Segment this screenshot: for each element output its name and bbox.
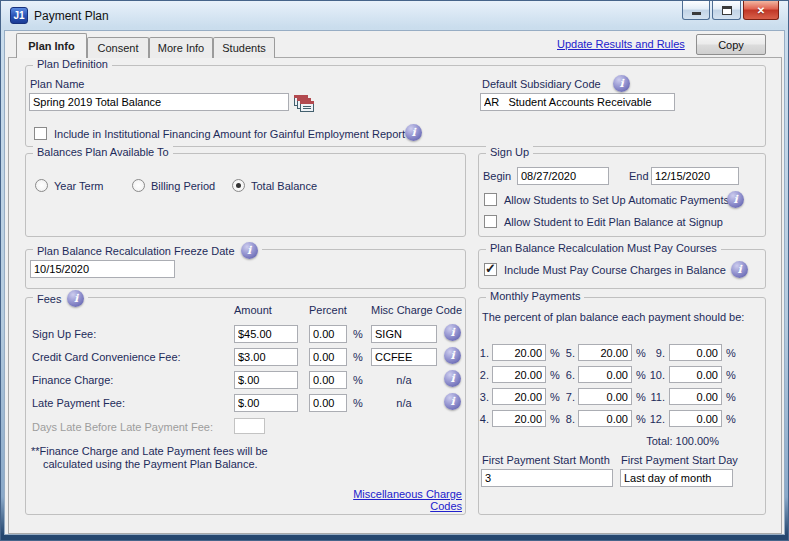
end-date-input[interactable] [651, 167, 739, 185]
first-payment-start-month-input[interactable] [481, 469, 613, 487]
stack-card [300, 101, 314, 112]
payment-12-input[interactable] [669, 410, 722, 427]
window-title: Payment Plan [34, 9, 109, 23]
titlebar[interactable]: J1 Payment Plan ✕ [1, 1, 788, 30]
j1-app-icon: J1 [10, 7, 28, 24]
must-pay-title-text: Plan Balance Recalculation Must Pay Cour… [490, 242, 717, 254]
balances-group: Balances Plan Available To [25, 153, 466, 237]
payment-9-input[interactable] [669, 344, 722, 361]
finance-charge-percent-input[interactable] [309, 371, 347, 389]
plan-name-translations-icon[interactable] [294, 95, 316, 114]
payment-5-input[interactable] [578, 344, 632, 361]
tab-more-info[interactable]: More Info [149, 37, 213, 58]
gainful-employment-checkbox[interactable] [34, 127, 47, 140]
cc-fee-percent-input[interactable] [309, 348, 347, 366]
percent-sign: % [353, 374, 363, 386]
must-pay-title: Plan Balance Recalculation Must Pay Cour… [486, 242, 721, 254]
info-icon-glyph: i [247, 244, 251, 257]
minimize-button[interactable] [682, 1, 710, 20]
finance-charge-amount-input[interactable] [234, 371, 298, 389]
days-late-input[interactable] [234, 418, 265, 434]
begin-label: Begin [483, 170, 511, 182]
sign-up-fee-amount-input[interactable] [234, 325, 298, 343]
freeze-date-input[interactable] [30, 260, 175, 278]
cc-fee-label: Credit Card Convenience Fee: [32, 351, 181, 363]
default-subsidiary-info-icon[interactable]: i [613, 75, 630, 92]
finance-charge-code-na: n/a [371, 374, 437, 386]
payment-plan-window: J1 Payment Plan ✕ Plan Info Consent More… [0, 0, 789, 541]
late-fee-info-icon[interactable]: i [444, 393, 461, 410]
edit-balance-label: Allow Student to Edit Plan Balance at Si… [504, 216, 723, 228]
info-icon-glyph: i [733, 193, 737, 206]
miscellaneous-charge-codes-link[interactable]: Miscellaneous Charge Codes [321, 488, 462, 512]
maximize-button[interactable] [712, 1, 741, 20]
fees-note-line2: calculated using the Payment Plan Balanc… [43, 458, 258, 470]
begin-date-input[interactable] [517, 167, 609, 185]
payment-6-input[interactable] [578, 366, 632, 383]
auto-payments-info-icon[interactable]: i [727, 191, 744, 208]
first-payment-start-day-input[interactable] [620, 469, 733, 487]
gainful-employment-info-icon[interactable]: i [405, 124, 422, 141]
payment-2-input[interactable] [492, 366, 546, 383]
percent-sign: % [726, 413, 736, 425]
auto-payments-label: Allow Students to Set Up Automatic Payme… [504, 194, 729, 206]
default-subsidiary-label: Default Subsidiary Code [482, 78, 601, 90]
radio-year-term[interactable] [35, 179, 48, 192]
fees-col-misc: Misc Charge Code [371, 304, 462, 316]
default-subsidiary-input[interactable] [480, 93, 675, 111]
auto-payments-checkbox[interactable] [484, 193, 497, 206]
plan-name-input[interactable] [29, 93, 289, 111]
copy-button[interactable]: Copy [696, 34, 766, 55]
payment-11-num: 11. [639, 391, 665, 403]
freeze-date-info-icon[interactable]: i [241, 242, 258, 259]
payment-11-input[interactable] [669, 388, 722, 405]
payment-7-num: 7. [555, 391, 575, 403]
update-results-and-rules-link[interactable]: Update Results and Rules [557, 38, 685, 50]
tab-students-label: Students [222, 42, 265, 54]
payment-3-input[interactable] [492, 388, 546, 405]
radio-billing-period[interactable] [132, 179, 145, 192]
payment-9-num: 9. [639, 347, 665, 359]
must-pay-info-icon[interactable]: i [731, 261, 748, 278]
cc-fee-amount-input[interactable] [234, 348, 298, 366]
sign-up-fee-percent-input[interactable] [309, 325, 347, 343]
info-icon-glyph: i [619, 77, 623, 90]
payment-4-num: 4. [469, 413, 489, 425]
late-fee-percent-input[interactable] [309, 394, 347, 412]
finance-charge-info-icon[interactable]: i [444, 370, 461, 387]
percent-sign: % [353, 351, 363, 363]
must-pay-checkbox[interactable] [484, 263, 497, 276]
close-button[interactable]: ✕ [743, 1, 779, 20]
balances-title-text: Balances Plan Available To [37, 146, 169, 158]
cc-fee-info-icon[interactable]: i [444, 347, 461, 364]
payment-4-input[interactable] [492, 410, 546, 427]
maximize-icon [722, 6, 732, 15]
late-fee-label: Late Payment Fee: [32, 397, 125, 409]
radio-total-balance[interactable] [232, 179, 245, 192]
tab-consent[interactable]: Consent [87, 37, 149, 58]
fees-info-icon[interactable]: i [67, 290, 84, 307]
percent-sign: % [353, 328, 363, 340]
percent-sign: % [726, 347, 736, 359]
percent-sign: % [726, 369, 736, 381]
monthly-payments-title: Monthly Payments [486, 290, 584, 302]
info-icon-glyph: i [450, 349, 454, 362]
sign-up-fee-code-input[interactable] [371, 325, 437, 343]
finance-charge-label: Finance Charge: [32, 374, 113, 386]
freeze-date-title: Plan Balance Recalculation Freeze Date i [33, 242, 262, 259]
tab-students[interactable]: Students [213, 37, 275, 58]
balances-title: Balances Plan Available To [33, 146, 173, 158]
first-payment-start-month-label: First Payment Start Month [482, 454, 610, 466]
edit-balance-checkbox[interactable] [484, 215, 497, 228]
payment-7-input[interactable] [578, 388, 632, 405]
payment-10-input[interactable] [669, 366, 722, 383]
late-fee-amount-input[interactable] [234, 394, 298, 412]
tab-consent-label: Consent [98, 42, 139, 54]
first-payment-start-day-label: First Payment Start Day [621, 454, 738, 466]
payment-8-input[interactable] [578, 410, 632, 427]
cc-fee-code-input[interactable] [371, 348, 437, 366]
monthly-payments-instruction: The percent of plan balance each payment… [482, 311, 744, 323]
sign-up-fee-info-icon[interactable]: i [444, 324, 461, 341]
payment-1-input[interactable] [492, 344, 546, 361]
tab-plan-info[interactable]: Plan Info [16, 33, 87, 58]
